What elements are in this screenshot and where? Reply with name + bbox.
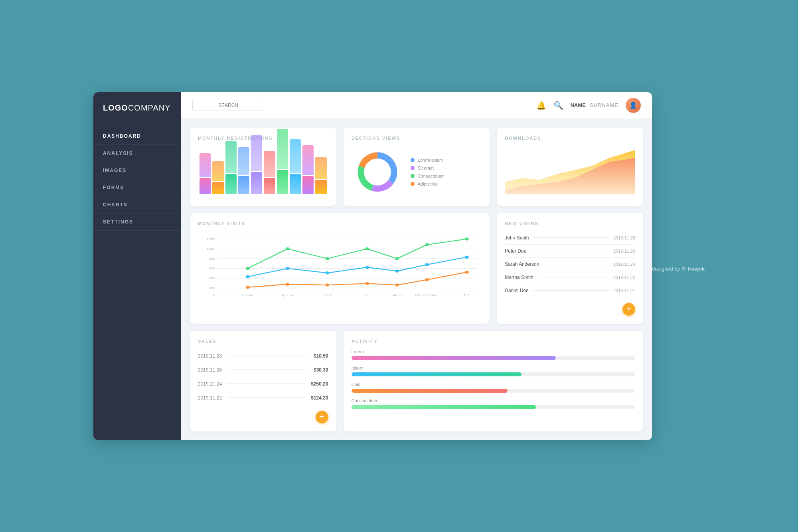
- svg-point-34: [425, 263, 429, 266]
- activity-label: Lorem: [352, 349, 635, 354]
- svg-point-22: [246, 267, 250, 270]
- sidebar-item-dashboard[interactable]: DASHBOARD: [93, 128, 181, 145]
- user-date-label: 2019.11.26: [613, 249, 635, 253]
- svg-point-30: [286, 267, 290, 270]
- sections-title: SECTIONS VIEWS: [352, 136, 482, 140]
- svg-point-38: [325, 283, 329, 287]
- footer-credit: designed by ⚙ freepik: [652, 259, 705, 273]
- sales-date-label: 2019.11.24: [198, 381, 222, 387]
- sidebar-item-images[interactable]: IMAGES: [93, 162, 181, 179]
- user-item: Sarah Anderson 2019.11.24: [505, 258, 635, 271]
- donut-segment: [358, 166, 373, 190]
- activity-label: Consectetuer: [352, 398, 635, 403]
- add-sale-btn-wrapper: +: [198, 411, 328, 423]
- svg-text:Sit: Sit: [365, 293, 369, 297]
- main-content: 🔔 🔍 NAME SURNAME 👤 MONTHLY REGISTRATIONS: [181, 92, 652, 440]
- bar-top-8: [302, 145, 314, 175]
- activity-item: Ipsum: [352, 366, 635, 376]
- bar-top-0: [200, 153, 211, 177]
- user-name-label: Sarah Anderson: [505, 261, 539, 267]
- bar-top-2: [225, 141, 237, 173]
- sidebar: LOGOCOMPANY DASHBOARDANALYSISIMAGESFORMS…: [93, 92, 181, 440]
- donut-chart: [352, 146, 403, 198]
- user-name-label: Daniel Doe: [505, 288, 528, 293]
- sales-divider: [227, 356, 308, 356]
- sales-divider: [227, 370, 308, 370]
- sales-item: 2019.11.24 $250.20: [198, 377, 328, 391]
- bar-bottom-1: [212, 182, 223, 194]
- sidebar-nav: DASHBOARDANALYSISIMAGESFORMSCHARTSSETTIN…: [93, 124, 181, 235]
- user-item: Daniel Doe 2019.11.21: [505, 284, 635, 297]
- card-downloads: DOWNLOADS: [497, 128, 643, 206]
- logo-bold: LOGO: [103, 103, 128, 112]
- activity-label: Ipsum: [352, 366, 635, 370]
- bar-top-9: [315, 157, 326, 179]
- svg-text:1200: 1200: [206, 237, 215, 241]
- svg-text:Ipsum: Ipsum: [282, 293, 293, 297]
- add-user-button[interactable]: +: [622, 303, 635, 316]
- activity-bar-track: [352, 356, 635, 360]
- card-sales: SALES 2019.11.28 $10.502019.11.26 $30.30…: [190, 331, 336, 431]
- sales-date-label: 2019.11.22: [198, 395, 222, 401]
- svg-text:1000: 1000: [206, 247, 215, 251]
- sales-list: 2019.11.28 $10.502019.11.26 $30.302019.1…: [198, 349, 328, 405]
- user-name-label: John Smith: [505, 235, 529, 241]
- bar-column-7: [290, 139, 301, 194]
- bar-bottom-5: [264, 178, 275, 194]
- activity-item: Lorem: [352, 349, 635, 360]
- avatar[interactable]: 👤: [626, 98, 641, 113]
- new-users-title: NEW USERS: [505, 221, 635, 226]
- sales-item: 2019.11.26 $30.30: [198, 363, 328, 377]
- user-date-label: 2019.11.28: [613, 235, 635, 240]
- svg-point-35: [465, 255, 469, 259]
- user-date-label: 2019.11.21: [613, 288, 635, 293]
- svg-point-26: [395, 257, 399, 260]
- user-date-label: 2019.11.24: [613, 262, 635, 267]
- svg-point-27: [425, 243, 429, 246]
- svg-point-28: [465, 237, 469, 241]
- legend-item: Adipiscing: [411, 182, 444, 186]
- legend-item: Lorem ipsum: [411, 158, 444, 162]
- header-right: 🔔 🔍 NAME SURNAME 👤: [536, 98, 641, 113]
- bar-column-0: [200, 153, 211, 194]
- legend-label: Consectetuer: [418, 174, 444, 178]
- activity-bar-fill: [352, 356, 556, 360]
- svg-text:Elit: Elit: [464, 293, 470, 297]
- legend-item: Sit amet: [411, 166, 444, 170]
- donut-segment: [371, 180, 393, 192]
- add-sale-button[interactable]: +: [316, 411, 328, 423]
- search-input[interactable]: [192, 100, 264, 111]
- activity-bar-track: [352, 372, 635, 376]
- legend-dot: [411, 158, 415, 162]
- bar-top-1: [212, 161, 223, 181]
- card-monthly-visits: MONTHLY VISITS 1200 1000 800: [190, 213, 490, 324]
- add-user-btn-wrapper: +: [505, 303, 635, 316]
- svg-point-24: [325, 257, 329, 260]
- svg-point-41: [425, 278, 429, 281]
- search-icon[interactable]: 🔍: [553, 101, 563, 110]
- card-activity: ACTIVITY Lorem Ipsum Dolor Consectetuer: [344, 331, 643, 431]
- bar-bottom-7: [290, 174, 301, 194]
- activity-item: Dolor: [352, 382, 635, 393]
- activity-bar-fill: [352, 372, 522, 376]
- svg-point-39: [365, 282, 369, 285]
- bar-column-5: [264, 151, 275, 194]
- bar-column-1: [212, 161, 223, 194]
- bell-icon[interactable]: 🔔: [536, 101, 546, 110]
- bar-column-8: [302, 145, 314, 194]
- sales-amount-label: $124.20: [311, 395, 328, 401]
- sidebar-item-settings[interactable]: SETTINGS: [93, 214, 181, 231]
- bar-bottom-0: [200, 178, 211, 194]
- bar-column-2: [225, 141, 237, 194]
- svg-point-32: [365, 265, 369, 269]
- legend-dot: [411, 174, 415, 178]
- sidebar-item-charts[interactable]: CHARTS: [93, 196, 181, 214]
- svg-text:400: 400: [209, 277, 215, 280]
- activity-label: Dolor: [352, 382, 635, 387]
- header: 🔔 🔍 NAME SURNAME 👤: [181, 92, 652, 119]
- sidebar-item-forms[interactable]: FORMS: [93, 179, 181, 196]
- sections-content: Lorem ipsumSit ametConsectetuerAdipiscin…: [352, 146, 482, 198]
- svg-text:200: 200: [209, 286, 215, 290]
- sidebar-item-analysis[interactable]: ANALYSIS: [93, 145, 181, 162]
- card-monthly-registrations: MONTHLY REGISTRATIONS: [190, 128, 336, 206]
